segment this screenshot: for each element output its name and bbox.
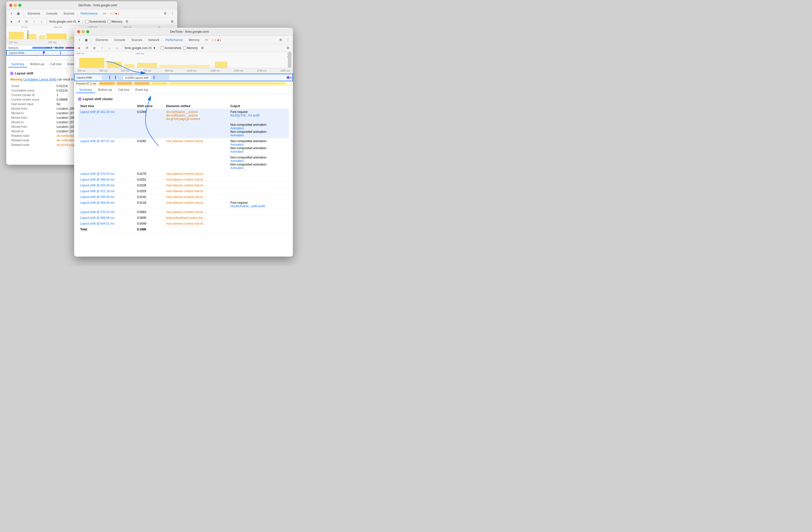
row4-link[interactable]: Layout shift @ 486.54 ms	[80, 178, 114, 181]
front-record-btn[interactable]: ●	[76, 45, 82, 51]
front-minimap[interactable]: 995 ms 1995 ms CPU NET	[74, 52, 293, 68]
cumulative-layout-shifts-link[interactable]: Cumulative Layout Shifts	[23, 78, 57, 81]
sep1	[23, 11, 24, 16]
screenshots-check-input[interactable]	[85, 20, 88, 23]
tab-sources[interactable]: Sources	[61, 11, 77, 16]
front-minimize-button[interactable]	[82, 30, 85, 33]
subtab-summary[interactable]: Summary	[8, 61, 27, 67]
maximize-button[interactable]	[18, 4, 21, 7]
row5-link[interactable]: Layout shift @ 503.26 ms	[80, 184, 114, 187]
row3-elem1[interactable]: mat-sidenav-content.mat-dr...	[166, 172, 205, 176]
row9-link[interactable]: Layout shift @ 570.53 ms	[80, 210, 114, 214]
cluster-table-head: Start time Shift score Elements shifted …	[78, 103, 289, 109]
row6-link[interactable]: Layout shift @ 521.16 ms	[80, 190, 114, 193]
row1-elem3[interactable]: div.gf-full-page.gf-content	[166, 117, 227, 121]
front-subtab-bottomup[interactable]: Bottom-up	[95, 87, 115, 93]
front-tab-memory[interactable]: Memory	[186, 37, 202, 43]
front-tab-more[interactable]: >>	[203, 37, 210, 43]
download-btn[interactable]: ↓	[39, 19, 44, 25]
close-button[interactable]	[9, 4, 12, 7]
front-tab-elements[interactable]: Elements	[93, 37, 111, 43]
front-refresh-btn[interactable]: ↺	[84, 45, 90, 51]
row8-elem1[interactable]: mat-sidenav-content.mat-dr...	[166, 201, 205, 205]
row2-elem1[interactable]: mat-sidenav-content.mat-dr...	[166, 139, 205, 143]
memory-checkbox[interactable]: Memory	[107, 20, 122, 24]
row1-culprit: Font request: t5sJIQcYNI...IUI.woff2	[228, 109, 289, 122]
front-gear2-icon[interactable]: ⚙	[285, 45, 291, 51]
front-upload-btn[interactable]: ↑	[99, 45, 105, 51]
cluster-title: Layout shift cluster	[78, 97, 289, 101]
row7-elem1[interactable]: mat-sidenav-content.mat-dr...	[166, 195, 205, 199]
row2b-anim4[interactable]: Animation	[230, 166, 244, 170]
front-stop-btn[interactable]: ⊘	[91, 45, 97, 51]
front-memory-check-input[interactable]	[183, 46, 186, 50]
front-subtab-summary[interactable]: Summary	[76, 87, 95, 93]
tab-more[interactable]: >>	[101, 11, 108, 16]
ls-bar-2	[60, 51, 61, 55]
row8-link[interactable]: Layout shift @ 554.05 ms	[80, 201, 114, 205]
row2-link[interactable]: Layout shift @ 457.07 ms	[80, 139, 114, 143]
back-gear-icon[interactable]: ⚙	[169, 19, 175, 25]
row6-elem1[interactable]: mat-sidenav-content.mat-dr...	[166, 190, 205, 193]
front-screenshots-check-input[interactable]	[161, 46, 164, 50]
inspect-icon[interactable]: ⌖	[8, 11, 14, 17]
row8-font-link[interactable]: HhzMU5Ak9u...p9M.woff2	[230, 205, 265, 208]
stop-btn[interactable]: ⊘	[24, 19, 29, 25]
row10-link[interactable]: Layout shift @ 588.68 ms	[80, 216, 114, 220]
row11-link[interactable]: Layout shift @ 604.01 ms	[80, 222, 114, 225]
refresh-btn[interactable]: ↺	[16, 19, 22, 25]
front-tab-console[interactable]: Console	[112, 37, 128, 43]
front-tab-performance[interactable]: Performance	[163, 37, 185, 43]
front-subtab-calltree[interactable]: Call tree	[115, 87, 132, 93]
tab-elements[interactable]: Elements	[25, 11, 43, 16]
row11-elem1[interactable]: mat-sidenav-content.mat-dr...	[166, 222, 205, 225]
device-icon[interactable]: ▣	[15, 11, 21, 17]
front-cpu-throttle-icon[interactable]: ⚙	[199, 45, 205, 51]
row9-elem1[interactable]: mat-sidenav-content.mat-dr...	[166, 210, 205, 214]
row10-elem1[interactable]: button#feedback-button.fee...	[166, 216, 205, 220]
tab-console[interactable]: Console	[44, 11, 60, 16]
row1-font-link[interactable]: t5sJIQcYNI...IUI.woff2	[230, 114, 260, 117]
subtab-bottomup[interactable]: Bottom-up	[27, 61, 47, 67]
front-maximize-button[interactable]	[86, 30, 89, 33]
row1-elem1[interactable]: div.notification__actions	[166, 110, 227, 114]
upload-btn[interactable]: ↑	[31, 19, 37, 25]
front-tab-network[interactable]: Network	[146, 37, 162, 43]
minimize-button[interactable]	[14, 4, 17, 7]
url-selector[interactable]: fonts.google.com #1 ▼	[49, 20, 81, 24]
row4-score: 0.0251	[135, 177, 164, 183]
more-icon[interactable]: ⋮	[169, 11, 175, 17]
front-more-icon[interactable]: ⋮	[285, 37, 291, 43]
front-device-icon[interactable]: ▣	[83, 37, 89, 43]
memory-check-input[interactable]	[107, 20, 111, 23]
front-download-btn[interactable]: ↓	[106, 45, 112, 51]
cpu-throttle-icon[interactable]: ⚙	[124, 19, 130, 25]
front-url-selector[interactable]: fonts.google.com #1 ▼	[125, 46, 156, 50]
front-gear-icon[interactable]: ⚙	[278, 37, 284, 43]
front-subtab-eventlog[interactable]: Event log	[132, 87, 151, 93]
row1-link[interactable]: Layout shift @ 441.20 ms	[80, 110, 114, 114]
row2b-anim3[interactable]: Animation	[230, 159, 244, 163]
row1-elem2[interactable]: div.notification__actions	[166, 114, 227, 117]
minimap-scrollbar[interactable]	[288, 52, 291, 68]
tab-performance[interactable]: Performance	[78, 11, 100, 16]
row5-elem1[interactable]: mat-sidenav-content.mat-dr...	[166, 184, 205, 187]
front-memory-checkbox[interactable]: Memory	[183, 46, 198, 50]
row2-anim1[interactable]: Animation	[230, 143, 244, 146]
row1b-anim2[interactable]: Animation	[230, 134, 244, 137]
front-inspect-icon[interactable]: ⌖	[76, 37, 82, 43]
gear-icon[interactable]: ⚙	[162, 11, 168, 17]
row7-link[interactable]: Layout shift @ 545.09 ms	[80, 195, 114, 199]
subtab-calltree[interactable]: Call tree	[47, 61, 64, 67]
front-content: Layout shift cluster Start time Shift sc…	[74, 94, 293, 256]
row1b-anim1[interactable]: Animation	[230, 127, 244, 130]
front-close-button[interactable]	[77, 30, 80, 33]
row2-anim2[interactable]: Animation	[230, 150, 244, 153]
row3-link[interactable]: Layout shift @ 470.53 ms	[80, 172, 114, 176]
front-home-btn[interactable]: ⌂	[114, 45, 120, 51]
row4-elem1[interactable]: mat-sidenav-content.mat-dr...	[166, 178, 205, 181]
screenshots-checkbox[interactable]: Screenshots	[85, 20, 106, 24]
front-screenshots-checkbox[interactable]: Screenshots	[161, 46, 182, 50]
record-btn[interactable]: ●	[8, 19, 14, 25]
front-tab-sources[interactable]: Sources	[129, 37, 145, 43]
